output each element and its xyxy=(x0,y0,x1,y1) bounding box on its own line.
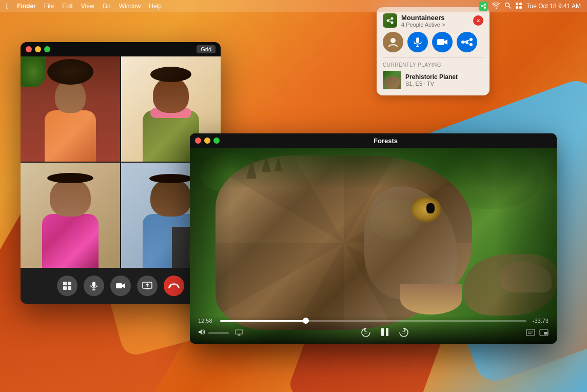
svg-point-39 xyxy=(390,38,396,43)
menubar-go[interactable]: Go xyxy=(103,3,111,10)
screen-share-button[interactable] xyxy=(137,276,158,296)
close-button[interactable] xyxy=(26,46,32,52)
shareplay-close-button[interactable]: ✕ xyxy=(473,15,483,26)
svg-point-35 xyxy=(391,17,394,20)
video-cell-3 xyxy=(21,163,120,268)
minimize-button[interactable] xyxy=(35,46,41,52)
current-time: 12:58 xyxy=(198,318,216,324)
tv-titlebar: Forests xyxy=(190,133,557,148)
grid-toggle-button[interactable] xyxy=(57,276,77,296)
progress-thumb[interactable] xyxy=(303,318,309,324)
svg-line-6 xyxy=(508,7,511,9)
shareplay-divider xyxy=(383,57,483,58)
camera-action-button[interactable] xyxy=(432,32,453,52)
tv-playback-controls: 12:58 -33:73 xyxy=(190,316,557,344)
menubar-app-name[interactable]: Finder xyxy=(17,3,36,10)
progress-bar-row: 12:58 -33:73 xyxy=(198,318,549,324)
media-title: Prehistoric Planet xyxy=(405,73,458,81)
svg-point-1 xyxy=(484,4,486,6)
menubar-left:  Finder File Edit View Go Window Help xyxy=(6,2,162,10)
media-season: S1, E5 xyxy=(405,81,422,87)
svg-rect-27 xyxy=(386,328,388,336)
svg-rect-40 xyxy=(416,37,419,43)
menubar:  Finder File Edit View Go Window Help xyxy=(0,0,587,12)
clock: Tue Oct 18 9:41 AM xyxy=(526,3,581,10)
subtitles-icon[interactable] xyxy=(526,329,535,337)
shareplay-popup: Mountaineers 4 People Active > ✕ xyxy=(377,7,490,95)
rewind-10-icon[interactable]: 10 xyxy=(361,327,371,338)
svg-line-3 xyxy=(483,5,484,6)
svg-line-38 xyxy=(389,21,391,22)
svg-rect-10 xyxy=(519,6,522,9)
playback-right-controls xyxy=(526,329,549,337)
volume-bar[interactable] xyxy=(208,332,229,334)
svg-rect-15 xyxy=(92,282,95,287)
media-type: TV xyxy=(427,81,434,87)
camera-button[interactable] xyxy=(110,276,131,296)
remaining-time: -33:73 xyxy=(531,318,549,324)
tv-window: Forests xyxy=(190,133,557,344)
svg-rect-29 xyxy=(526,329,535,336)
forward-10-icon[interactable]: 10 xyxy=(398,327,408,338)
svg-rect-18 xyxy=(116,283,122,288)
menubar-help[interactable]: Help xyxy=(149,3,162,10)
video-scene xyxy=(190,148,557,344)
shareplay-action-button[interactable] xyxy=(457,32,477,52)
progress-fill xyxy=(220,320,306,322)
svg-line-37 xyxy=(389,19,391,20)
shareplay-group-name: Mountaineers xyxy=(401,14,473,22)
progress-track[interactable] xyxy=(220,320,526,322)
facetime-titlebar: Grid xyxy=(21,42,221,56)
foliage-overlay-right xyxy=(495,148,557,344)
svg-rect-7 xyxy=(516,3,518,5)
svg-line-4 xyxy=(483,7,484,8)
svg-point-45 xyxy=(469,38,473,41)
play-pause-icon[interactable] xyxy=(380,327,390,339)
svg-point-46 xyxy=(469,43,473,46)
window-controls xyxy=(26,46,50,52)
search-icon[interactable] xyxy=(504,2,511,10)
svg-point-0 xyxy=(481,5,483,7)
svg-rect-33 xyxy=(544,332,547,335)
wifi-icon[interactable] xyxy=(492,3,500,10)
pip-icon[interactable] xyxy=(539,329,549,337)
apple-menu-icon[interactable]:  xyxy=(6,2,9,10)
grid-view-button[interactable]: Grid xyxy=(197,45,216,53)
airplay-icon[interactable] xyxy=(235,329,243,337)
shareplay-people-active[interactable]: 4 People Active > xyxy=(401,22,473,28)
control-center-icon[interactable] xyxy=(515,2,522,11)
tv-close-button[interactable] xyxy=(195,138,201,144)
shareplay-app-icon xyxy=(383,13,397,28)
svg-point-2 xyxy=(484,7,486,9)
menubar-window[interactable]: Window xyxy=(119,3,141,10)
video-cell-1 xyxy=(21,56,120,162)
tv-maximize-button[interactable] xyxy=(213,138,220,144)
currently-playing-label: Currently Playing xyxy=(383,62,483,68)
end-call-button[interactable] xyxy=(164,276,184,296)
shareplay-menubar-icon[interactable] xyxy=(479,2,488,11)
shareplay-media-row: Prehistoric Planet S1, E5 · TV xyxy=(383,71,483,89)
tv-window-controls xyxy=(195,138,220,144)
svg-rect-14 xyxy=(68,286,71,290)
svg-rect-43 xyxy=(437,39,444,45)
menubar-file[interactable]: File xyxy=(44,3,54,10)
playback-row: 10 1 xyxy=(198,327,549,339)
tv-window-title: Forests xyxy=(220,137,552,145)
svg-rect-9 xyxy=(516,6,518,9)
svg-point-49 xyxy=(466,41,468,44)
playback-left-controls xyxy=(198,329,243,337)
media-info: Prehistoric Planet S1, E5 · TV xyxy=(405,73,458,87)
svg-rect-13 xyxy=(63,286,67,290)
maximize-button[interactable] xyxy=(44,46,50,52)
tv-minimize-button[interactable] xyxy=(204,138,210,144)
menubar-edit[interactable]: Edit xyxy=(62,3,73,10)
tv-video-content: 12:58 -33:73 xyxy=(190,148,557,344)
microphone-action-button[interactable] xyxy=(407,32,428,52)
svg-point-36 xyxy=(391,22,394,24)
menubar-view[interactable]: View xyxy=(81,3,94,10)
volume-icon[interactable] xyxy=(198,329,205,337)
playback-center-controls: 10 1 xyxy=(361,327,408,339)
person-icon-button[interactable] xyxy=(383,32,403,52)
microphone-button[interactable] xyxy=(84,276,104,296)
svg-point-44 xyxy=(461,41,464,44)
